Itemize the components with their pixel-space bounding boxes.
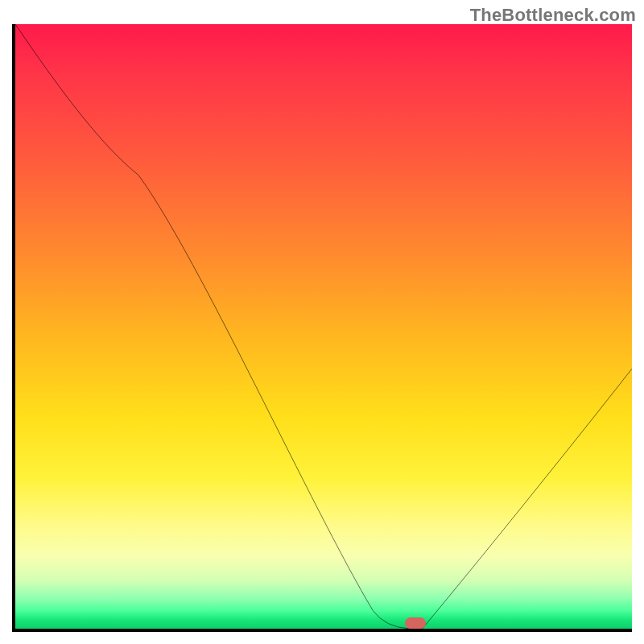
bottleneck-curve	[15, 24, 632, 629]
optimal-marker	[405, 617, 426, 629]
curve-path	[15, 24, 632, 629]
watermark-label: TheBottleneck.com	[470, 5, 636, 26]
chart-container: TheBottleneck.com	[0, 0, 644, 644]
plot-area	[12, 24, 632, 632]
